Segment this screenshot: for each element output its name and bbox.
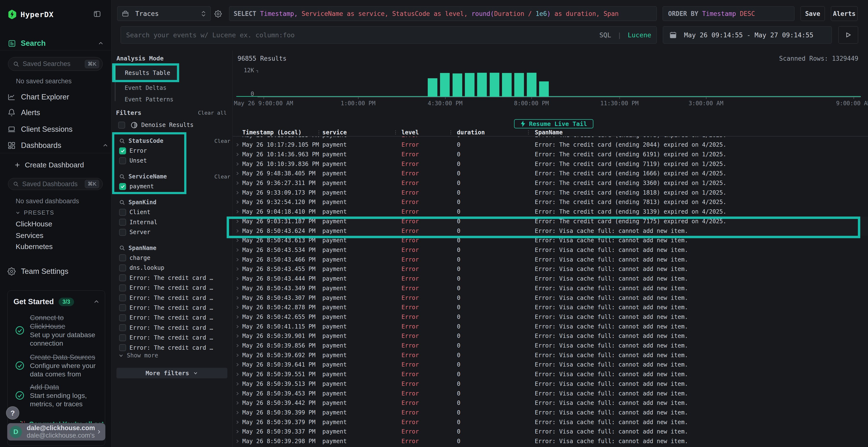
row-expand-chevron-icon[interactable] <box>235 286 240 291</box>
table-row[interactable]: May 26 8:50:43.444 PMpaymentError0Error:… <box>233 274 868 283</box>
table-row[interactable]: May 26 8:50:39.641 PMpaymentError0Error:… <box>233 360 868 370</box>
table-row[interactable]: May 26 8:50:39.856 PMpaymentError0Error:… <box>233 341 868 350</box>
column-resize-handle[interactable] <box>528 130 529 134</box>
sidebar-item-dashboards[interactable]: Dashboards <box>0 140 112 151</box>
table-row[interactable]: May 26 9:33:09.173 PMpaymentError0Error:… <box>233 188 868 198</box>
table-row[interactable]: May 26 8:50:41.115 PMpaymentError0Error:… <box>233 322 868 332</box>
analysis-mode-event-patterns[interactable]: Event Patterns <box>125 94 173 105</box>
checkbox-unchecked[interactable] <box>119 157 126 164</box>
sidebar-item-client-sessions[interactable]: Client Sessions <box>0 124 112 135</box>
row-expand-chevron-icon[interactable] <box>235 209 240 214</box>
search-collapse-chevron-icon[interactable] <box>98 40 104 46</box>
checkbox-unchecked[interactable] <box>119 274 126 281</box>
row-expand-chevron-icon[interactable] <box>235 257 240 262</box>
preset-services[interactable]: Services <box>16 232 43 240</box>
table-row[interactable]: May 26 8:50:39.298 PMpaymentError0Error:… <box>233 437 868 446</box>
sidebar-item-team-settings[interactable]: Team Settings <box>7 267 68 276</box>
table-row[interactable]: May 26 8:50:43.466 PMpaymentError0Error:… <box>233 255 868 265</box>
language-sql[interactable]: SQL <box>599 31 611 39</box>
chart-bar[interactable] <box>490 73 499 97</box>
sidebar-item-search[interactable]: Search <box>21 39 98 48</box>
chart-bar[interactable] <box>440 73 450 97</box>
table-row[interactable]: May 26 8:50:39.399 PMpaymentError0Error:… <box>233 408 868 417</box>
column-resize-handle[interactable] <box>395 130 396 134</box>
row-expand-chevron-icon[interactable] <box>235 391 240 396</box>
row-expand-chevron-icon[interactable] <box>235 229 240 233</box>
denoise-filter[interactable]: Denoise Results <box>118 120 194 130</box>
table-row[interactable]: May 26 8:50:39.901 PMpaymentError0Error:… <box>233 331 868 341</box>
get-started-item[interactable]: Create Data SourcesConfigure where your … <box>15 352 97 379</box>
row-expand-chevron-icon[interactable] <box>235 420 240 424</box>
table-row[interactable]: May 26 8:50:43.624 PMpaymentError0Error:… <box>233 226 868 236</box>
column-header-service[interactable]: service <box>322 129 347 136</box>
row-expand-chevron-icon[interactable] <box>235 276 240 281</box>
get-started-item[interactable]: Connect to ClickHouseSet up your databas… <box>15 312 97 349</box>
preset-kubernetes[interactable]: Kubernetes <box>16 243 53 251</box>
table-row[interactable]: May 26 9:32:54.120 PMpaymentError0Error:… <box>233 197 868 207</box>
checkbox-unchecked[interactable] <box>119 219 126 226</box>
table-row[interactable]: May 26 8:50:43.307 PMpaymentError0Error:… <box>233 293 868 303</box>
column-header-level[interactable]: level <box>401 129 419 136</box>
table-row[interactable]: May 26 9:36:27.311 PMpaymentError0Error:… <box>233 178 868 188</box>
chart-bar[interactable] <box>477 73 487 97</box>
sql-query-input[interactable]: SELECT Timestamp, ServiceName as service… <box>229 6 657 21</box>
row-expand-chevron-icon[interactable] <box>235 248 240 252</box>
column-header-duration[interactable]: duration <box>457 129 485 136</box>
checkbox-unchecked[interactable] <box>119 254 126 261</box>
chart-bar[interactable] <box>465 73 474 97</box>
analysis-mode-results-table[interactable]: Results Table <box>114 66 177 80</box>
table-row[interactable]: May 26 8:50:43.613 PMpaymentError0Error:… <box>233 236 868 245</box>
filter-option-error-the-credit-card-[interactable]: Error: The credit card … <box>119 283 213 293</box>
results-histogram[interactable]: 12K0May 26 9:00:00 AM1:00:00 PM4:30:00 P… <box>233 65 868 104</box>
table-row[interactable]: May 26 8:50:39.453 PMpaymentError0Error:… <box>233 389 868 398</box>
table-row[interactable]: May 26 10:10:39.836 PMpaymentError0Error… <box>233 159 868 169</box>
get-started-item[interactable]: Add DataStart sending logs, metrics, or … <box>15 382 97 409</box>
alerts-button[interactable]: Alerts <box>831 6 858 21</box>
saved-searches-input[interactable]: Saved Searches ⌘K <box>8 57 103 71</box>
show-more-button[interactable]: Show more <box>118 352 158 359</box>
run-query-button[interactable] <box>838 26 858 44</box>
filter-option-error-the-credit-card-[interactable]: Error: The credit card … <box>119 323 213 333</box>
row-expand-chevron-icon[interactable] <box>235 324 240 329</box>
filter-option-payment[interactable]: payment <box>119 182 154 191</box>
row-expand-chevron-icon[interactable] <box>235 401 240 405</box>
chart-bar[interactable] <box>502 73 512 97</box>
checkbox-checked[interactable] <box>119 183 126 190</box>
table-row[interactable]: May 26 8:50:43.534 PMpaymentError0Error:… <box>233 245 868 255</box>
table-row[interactable]: May 26 8:50:39.442 PMpaymentError0Error:… <box>233 398 868 408</box>
row-expand-chevron-icon[interactable] <box>235 353 240 358</box>
chart-bar[interactable] <box>527 73 536 97</box>
checkbox-unchecked[interactable] <box>119 229 126 236</box>
checkbox-checked[interactable] <box>119 147 126 154</box>
row-expand-chevron-icon[interactable] <box>235 410 240 415</box>
row-expand-chevron-icon[interactable] <box>235 162 240 166</box>
checkbox-unchecked[interactable] <box>119 324 126 331</box>
row-expand-chevron-icon[interactable] <box>235 267 240 271</box>
sidebar-item-alerts[interactable]: Alerts <box>0 107 112 118</box>
checkbox-unchecked[interactable] <box>119 344 126 351</box>
table-row[interactable]: May 26 9:48:38.405 PMpaymentError0Error:… <box>233 169 868 178</box>
row-expand-chevron-icon[interactable] <box>235 314 240 319</box>
table-row[interactable]: May 26 8:50:42.655 PMpaymentError0Error:… <box>233 312 868 322</box>
checkbox-unchecked[interactable] <box>119 284 126 291</box>
table-row[interactable]: May 26 10:14:36.963 PMpaymentError0Error… <box>233 149 868 159</box>
checkbox-unchecked[interactable] <box>119 209 126 216</box>
filter-option-error[interactable]: Error <box>119 146 147 156</box>
source-select[interactable]: Traces <box>117 6 211 21</box>
analysis-mode-event-deltas[interactable]: Event Deltas <box>125 82 166 94</box>
saved-dashboards-input[interactable]: Saved Dashboards ⌘K <box>8 178 103 190</box>
checkbox-unchecked[interactable] <box>119 265 126 271</box>
preset-clickhouse[interactable]: ClickHouse <box>16 220 52 228</box>
row-expand-chevron-icon[interactable] <box>235 362 240 367</box>
filter-option-unset[interactable]: Unset <box>119 156 147 166</box>
row-expand-chevron-icon[interactable] <box>235 142 240 147</box>
filter-option-server[interactable]: Server <box>119 227 151 237</box>
table-row[interactable]: May 26 8:50:43.455 PMpaymentError0Error:… <box>233 264 868 274</box>
filter-group-clear-button[interactable]: Clear <box>214 138 230 144</box>
table-row[interactable]: May 26 8:50:42.878 PMpaymentError0Error:… <box>233 303 868 312</box>
filter-option-error-the-credit-card-[interactable]: Error: The credit card … <box>119 313 213 322</box>
row-expand-chevron-icon[interactable] <box>235 439 240 444</box>
language-lucene[interactable]: Lucene <box>628 31 651 39</box>
row-expand-chevron-icon[interactable] <box>235 305 240 310</box>
help-button[interactable]: ? <box>6 406 19 419</box>
